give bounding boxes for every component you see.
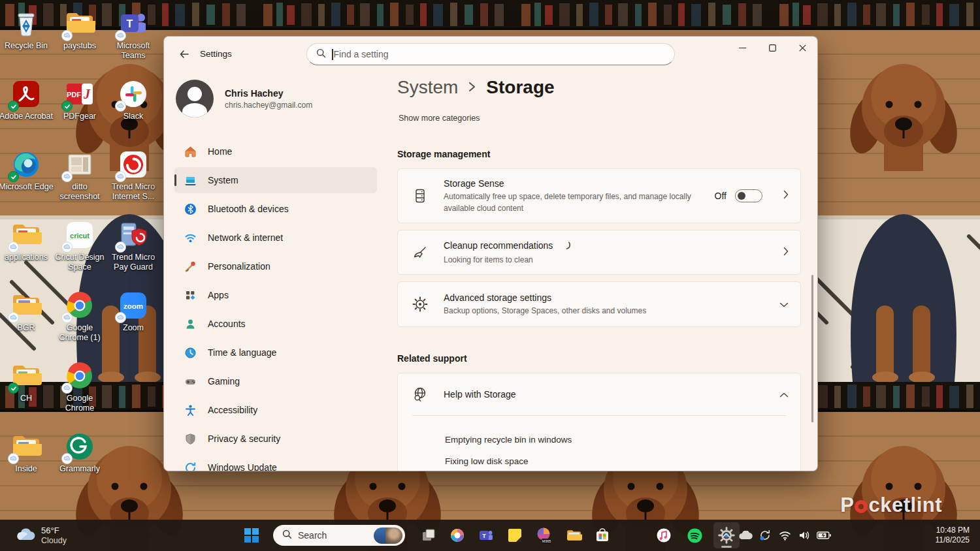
user-profile[interactable]: Chris Hachey chris.hachey@gmail.com xyxy=(176,80,312,118)
help-with-storage-title: Help with Storage xyxy=(444,389,774,400)
sidebar-item-windows-update[interactable]: Windows Update xyxy=(174,454,377,471)
onedrive-sync-badge xyxy=(61,30,73,41)
system-icon xyxy=(184,174,197,187)
desktop-icon-ch[interactable]: CH xyxy=(0,360,54,403)
onedrive-icon[interactable] xyxy=(736,522,755,548)
sidebar-item-personalization[interactable]: Personalization xyxy=(174,253,377,279)
help-link-recycle-bin[interactable]: Emptying recycle bin in windows xyxy=(445,435,572,445)
desktop-icon-zoom[interactable]: zoom Zoom xyxy=(106,290,161,333)
apple-music-icon[interactable] xyxy=(651,522,677,548)
desktop-icon-trend-micro[interactable]: Trend Micro Internet S... xyxy=(106,149,161,202)
windows-update-icon xyxy=(184,462,197,472)
storage-drive-icon xyxy=(412,188,428,204)
taskbar-clock[interactable]: 10:48 PM 11/8/2025 xyxy=(932,520,974,551)
folder-icon xyxy=(10,360,42,392)
help-with-storage-header[interactable]: Help with Storage xyxy=(398,373,800,415)
sidebar-item-accessibility[interactable]: Accessibility xyxy=(174,397,377,423)
taskbar: 56°F Cloudy Search T M365 xyxy=(0,520,980,551)
sidebar-item-apps[interactable]: Apps xyxy=(174,282,377,308)
desktop-icon-slack[interactable]: Slack xyxy=(106,78,161,121)
advanced-storage-settings-card[interactable]: Advanced storage settings Backup options… xyxy=(397,281,801,327)
sidebar-item-privacy-security[interactable]: Privacy & security xyxy=(174,426,377,452)
desktop-icon-cricut-design-space[interactable]: cricut Cricut Design Space xyxy=(52,219,107,272)
trend-micro-icon xyxy=(118,149,149,180)
sidebar-item-time-language[interactable]: Time & language xyxy=(174,339,377,366)
spotify-icon[interactable] xyxy=(681,522,708,548)
show-more-categories-link[interactable]: Show more categories xyxy=(399,114,480,123)
sidebar-item-accounts[interactable]: Accounts xyxy=(174,311,377,337)
desktop-icon-google-chrome[interactable]: Google Chrome xyxy=(52,360,107,413)
desktop-icon-adobe-acrobat[interactable]: Adobe Acrobat xyxy=(0,78,54,121)
slack-icon xyxy=(118,78,149,110)
sync-update-icon[interactable] xyxy=(755,522,775,548)
back-button[interactable] xyxy=(173,44,195,64)
storage-sense-toggle[interactable] xyxy=(735,189,762,202)
storage-sense-card[interactable]: Storage Sense Automatically free up spac… xyxy=(397,168,801,223)
tray-chevron-up-icon[interactable] xyxy=(716,522,736,548)
onedrive-sync-badge xyxy=(8,453,19,464)
onedrive-sync-badge xyxy=(61,242,73,253)
sidebar-item-system[interactable]: System xyxy=(174,167,377,193)
breadcrumb: System Storage xyxy=(397,77,555,98)
broom-icon xyxy=(412,245,428,260)
acrobat-icon xyxy=(10,78,42,110)
onedrive-sync-badge xyxy=(8,312,19,323)
grammarly-icon xyxy=(64,431,95,462)
desktop-icon-pdfgear[interactable]: PDF J PDFgear xyxy=(52,78,107,121)
weather-temp: 56°F xyxy=(41,526,67,535)
weather-condition: Cloudy xyxy=(41,536,67,545)
desktop-icon-recycle-bin[interactable]: Recycle Bin xyxy=(0,8,54,51)
wifi-icon[interactable] xyxy=(775,522,794,548)
help-globe-search-icon xyxy=(412,386,428,402)
m365-badge: M365 xyxy=(542,539,551,543)
taskbar-search-label: Search xyxy=(298,530,374,541)
zoom-icon: zoom xyxy=(118,290,149,321)
cleanup-recommendations-card[interactable]: Cleanup recommendations Looking for item… xyxy=(397,230,801,275)
teams-icon[interactable]: T xyxy=(473,522,499,548)
file-explorer-icon[interactable] xyxy=(561,522,587,548)
chevron-up-icon xyxy=(779,388,789,400)
weather-widget[interactable]: 56°F Cloudy xyxy=(9,520,73,551)
breadcrumb-system[interactable]: System xyxy=(397,77,458,98)
desktop-icon-ditto-screenshot[interactable]: ditto screenshot xyxy=(52,149,107,202)
onedrive-sync-badge xyxy=(61,312,73,323)
help-link-low-disk-space[interactable]: Fixing low disk space xyxy=(445,456,572,466)
screenshot-icon xyxy=(64,149,95,180)
pay-guard-icon xyxy=(118,219,149,251)
start-button[interactable] xyxy=(238,522,265,548)
microsoft-store-icon[interactable] xyxy=(589,522,615,548)
copilot-icon[interactable] xyxy=(444,522,470,548)
desktop-icon-inside[interactable]: Inside xyxy=(0,431,54,474)
sidebar-item-network-internet[interactable]: Network & internet xyxy=(174,225,377,251)
desktop-icon-bgr[interactable]: BGR xyxy=(0,290,54,333)
volume-icon[interactable] xyxy=(794,522,814,548)
battery-charging-icon[interactable] xyxy=(814,522,834,548)
onedrive-sync-badge xyxy=(115,312,126,323)
desktop-icon-applications[interactable]: applications xyxy=(0,219,54,262)
sticky-notes-icon[interactable] xyxy=(502,522,528,548)
sidebar-item-gaming[interactable]: Gaming xyxy=(174,368,377,394)
onedrive-sync-badge xyxy=(61,171,73,182)
watermark-o xyxy=(855,500,868,513)
sidebar-item-bluetooth-devices[interactable]: Bluetooth & devices xyxy=(174,196,377,222)
desktop-icon-grammarly[interactable]: Grammarly xyxy=(52,431,107,474)
desktop-icon-paystubs[interactable]: paystubs xyxy=(52,8,107,51)
chrome-icon xyxy=(64,360,95,392)
vertical-scrollbar[interactable] xyxy=(811,275,813,422)
pocketlint-watermark: Pcketlint xyxy=(840,494,942,517)
profile-name: Chris Hachey xyxy=(225,88,312,99)
desktop-icon-google-chrome-1[interactable]: Google Chrome (1) xyxy=(52,290,107,343)
gaming-icon xyxy=(184,375,197,388)
folder-icon xyxy=(10,431,42,462)
folder-icon xyxy=(64,8,95,39)
m365-copilot-icon[interactable]: M365 xyxy=(531,522,557,548)
sidebar-item-home[interactable]: Home xyxy=(174,138,377,165)
taskbar-search[interactable]: Search xyxy=(273,525,405,546)
sync-complete-badge xyxy=(8,171,19,182)
cricut-icon: cricut xyxy=(64,219,95,251)
desktop-icon-pay-guard[interactable]: Trend Micro Pay Guard xyxy=(106,219,161,272)
task-view-button[interactable] xyxy=(416,522,442,548)
onedrive-sync-badge xyxy=(115,171,126,182)
desktop-icon-microsoft-edge[interactable]: Microsoft Edge xyxy=(0,149,54,192)
desktop-icon-microsoft-teams[interactable]: T Microsoft Teams xyxy=(106,8,161,61)
